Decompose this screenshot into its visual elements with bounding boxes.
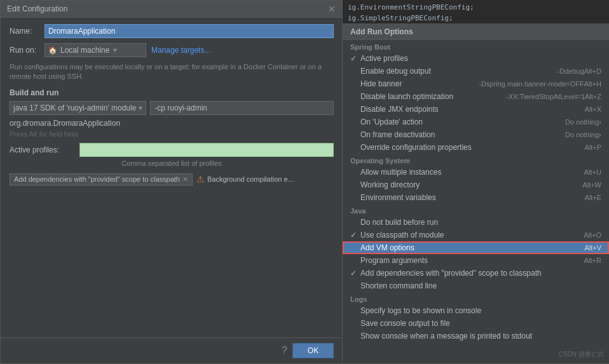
main-class-row: org.dromara.DromaraApplication: [10, 119, 334, 128]
shortcut-add-vm: Alt+V: [584, 244, 601, 252]
shortcut-use-classpath: Alt+O: [584, 231, 601, 239]
name-row: Name:: [10, 24, 334, 38]
menu-item-use-classpath[interactable]: ✓ Use classpath of module Alt+O: [343, 229, 609, 241]
menu-item-working-dir[interactable]: Working directory Alt+W: [343, 179, 609, 191]
shortcut-program-args: Alt+R: [584, 257, 601, 264]
menu-item-add-vm-options[interactable]: Add VM options Alt+V: [343, 241, 609, 254]
shortcut-disable-jmx: Alt+X: [584, 105, 601, 113]
dialog-title: Edit Configuration: [7, 4, 67, 13]
item-param-hide-banner: -Dspring.main.banner-mode=OFF: [479, 80, 584, 88]
shortcut-allow-multiple: Alt+U: [584, 168, 601, 176]
menu-item-save-console[interactable]: Save console output to file: [343, 317, 609, 330]
java-sdk-row: java 17 SDK of 'ruoyi-admin' module ▾ -c…: [10, 101, 334, 115]
press-alt-hint: Press Alt for field hints: [10, 130, 334, 138]
menu-item-disable-launch[interactable]: Disable launch optimization -XX:TieredSt…: [343, 90, 609, 103]
dialog-footer: ? OK: [1, 337, 343, 363]
category-logs: Logs: [343, 292, 609, 304]
active-profiles-row: Active profiles:: [10, 143, 334, 157]
run-on-row: Run on: 🏠 Local machine ▾ Manage targets…: [10, 43, 334, 57]
edit-configuration-dialog: Edit Configuration ✕ Name: Run on: 🏠 Loc…: [0, 0, 343, 364]
help-icon[interactable]: ?: [282, 345, 287, 356]
item-label-shorten: Shorten command line: [360, 281, 601, 290]
item-param-on-frame: Do nothing: [565, 131, 599, 138]
manage-targets-link[interactable]: Manage targets...: [151, 46, 210, 55]
menu-item-add-deps[interactable]: ✓ Add dependencies with "provided" scope…: [343, 267, 609, 280]
house-icon: 🏠: [48, 46, 57, 55]
item-label-enable-debug: Enable debug output: [360, 67, 555, 76]
shortcut-hide-banner: Alt+H: [584, 80, 601, 88]
menu-item-specify-logs[interactable]: Specify logs to be shown in console: [343, 304, 609, 317]
item-label-disable-launch: Disable launch optimization: [360, 92, 503, 101]
item-label-disable-jmx: Disable JMX endpoints: [360, 105, 584, 114]
item-param-enable-debug: -Ddebug: [558, 67, 584, 75]
deps-chip: Add dependencies with "provided" scope t…: [10, 173, 193, 185]
background-compilation-chip: ⚠ Background compilation e...: [196, 174, 294, 184]
dialog-titlebar: Edit Configuration ✕: [1, 1, 343, 18]
java-sdk-arrow-icon: ▾: [139, 104, 142, 112]
java-sdk-value: java 17 SDK of 'ruoyi-admin' module: [13, 104, 136, 112]
menu-item-allow-multiple[interactable]: Allow multiple instances Alt+U: [343, 166, 609, 179]
cp-value: -cp ruoyi-admin: [154, 104, 207, 112]
menu-item-on-frame-deactivation[interactable]: On frame deactivation Do nothing ›: [343, 128, 609, 141]
watermark: CSDN @萧仁武: [559, 350, 604, 359]
item-label-show-console: Show console when a message is printed t…: [360, 332, 601, 340]
build-run-header: Build and run: [10, 88, 334, 97]
deps-label: Add dependencies with "provided" scope t…: [14, 175, 180, 183]
code-line-1: ig.EnvironmentStringPBEConfig;: [348, 3, 604, 13]
category-java: Java: [343, 204, 609, 216]
menu-item-program-args[interactable]: Program arguments Alt+R: [343, 254, 609, 267]
background-label: Background compilation e...: [207, 175, 294, 183]
add-run-options-panel: ig.EnvironmentStringPBEConfig; ig.Simple…: [342, 0, 609, 364]
item-label-use-classpath: Use classpath of module: [360, 231, 584, 239]
deps-row: Add dependencies with "provided" scope t…: [10, 173, 334, 185]
menu-item-enable-debug[interactable]: Enable debug output -Ddebug Alt+D: [343, 65, 609, 78]
menu-item-shorten-cmdline[interactable]: Shorten command line: [343, 280, 609, 292]
code-preview: ig.EnvironmentStringPBEConfig; ig.Simple…: [343, 0, 609, 24]
dialog-body: Name: Run on: 🏠 Local machine ▾ Manage t…: [1, 18, 343, 197]
menu-item-active-profiles[interactable]: ✓ Active profiles: [343, 52, 609, 65]
menu-item-on-update[interactable]: On 'Update' action Do nothing ›: [343, 116, 609, 128]
name-input[interactable]: [44, 24, 334, 38]
name-label: Name:: [10, 27, 44, 36]
main-class-text: org.dromara.DromaraApplication: [10, 119, 120, 128]
category-operating-system: Operating System: [343, 154, 609, 166]
warning-icon: ⚠: [196, 174, 205, 184]
deps-remove-button[interactable]: ✕: [182, 175, 188, 184]
menu-item-env-vars[interactable]: Environment variables Alt+E: [343, 191, 609, 204]
item-param-on-update: Do nothing: [565, 118, 599, 126]
item-label-add-vm: Add VM options: [360, 243, 584, 252]
menu-item-show-console[interactable]: Show console when a message is printed t…: [343, 330, 609, 342]
run-on-value: Local machine: [60, 46, 109, 55]
item-label-save-console: Save console output to file: [360, 319, 601, 328]
java-sdk-select[interactable]: java 17 SDK of 'ruoyi-admin' module ▾: [10, 101, 146, 115]
cp-input[interactable]: -cp ruoyi-admin: [150, 101, 334, 115]
menu-title: Add Run Options: [343, 24, 609, 40]
item-label-override-config: Override configuration properties: [360, 143, 584, 152]
menu-item-hide-banner[interactable]: Hide banner -Dspring.main.banner-mode=OF…: [343, 78, 609, 90]
close-button[interactable]: ✕: [327, 4, 336, 13]
item-label-add-deps: Add dependencies with "provided" scope t…: [360, 269, 601, 278]
menu-item-disable-jmx[interactable]: Disable JMX endpoints Alt+X: [343, 103, 609, 116]
item-label-no-build: Do not build before run: [360, 218, 601, 227]
run-on-select[interactable]: 🏠 Local machine ▾: [44, 43, 146, 57]
menu-item-no-build[interactable]: Do not build before run: [343, 216, 609, 229]
check-icon-active-profiles: ✓: [350, 54, 360, 63]
check-icon-add-deps: ✓: [350, 269, 360, 278]
category-spring-boot: Spring Boot: [343, 40, 609, 52]
item-label-env-vars: Environment variables: [360, 193, 584, 202]
item-label-specify-logs: Specify logs to be shown in console: [360, 306, 601, 315]
item-label-active-profiles: Active profiles: [360, 54, 601, 63]
run-on-hint: Run configurations may be executed local…: [10, 62, 334, 82]
active-profiles-label: Active profiles:: [10, 145, 79, 154]
code-line-2: ig.SimpleStringPBEConfig;: [348, 13, 604, 24]
ok-button[interactable]: OK: [292, 343, 334, 358]
shortcut-enable-debug: Alt+D: [584, 67, 601, 75]
dropdown-arrow-icon: ▾: [113, 46, 117, 55]
item-label-working-dir: Working directory: [360, 180, 582, 189]
shortcut-override-config: Alt+P: [584, 144, 601, 151]
active-profiles-input[interactable]: [79, 143, 334, 157]
menu-item-override-config[interactable]: Override configuration properties Alt+P: [343, 141, 609, 154]
run-on-label: Run on:: [10, 46, 44, 55]
shortcut-env-vars: Alt+E: [584, 194, 601, 201]
item-label-program-args: Program arguments: [360, 256, 584, 265]
